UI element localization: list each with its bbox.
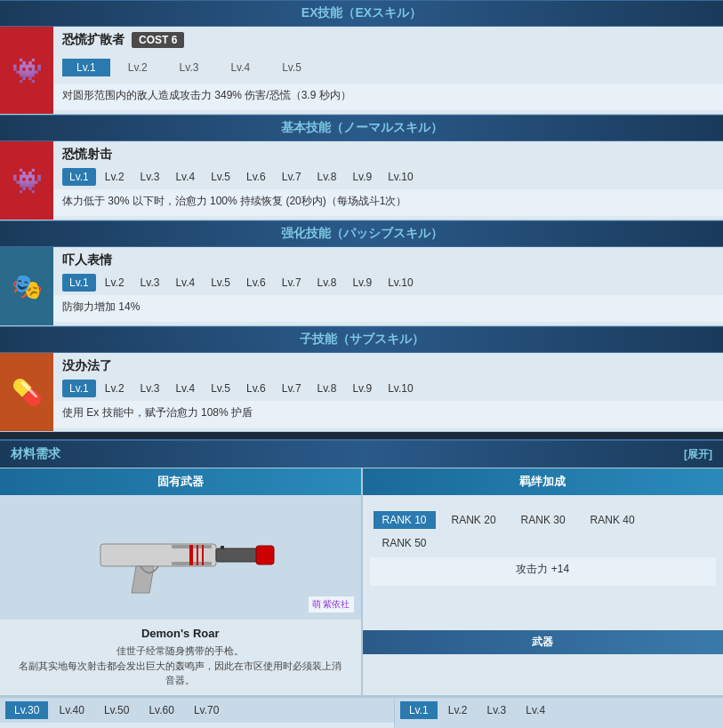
- passive-level-tab-1[interactable]: Lv.1: [62, 274, 96, 292]
- basic-section: 基本技能（ノーマルスキル） 👾 恐慌射击 Lv.1 Lv.2 Lv.3 Lv.4…: [0, 115, 723, 220]
- bond-level-tab-1[interactable]: Lv.1: [400, 701, 438, 719]
- basic-icon-symbol: 👾: [12, 166, 43, 196]
- passive-level-tab-6[interactable]: Lv.6: [239, 274, 273, 292]
- innate-weapon-header: 固有武器: [0, 468, 361, 495]
- basic-level-tab-2[interactable]: Lv.2: [98, 168, 132, 186]
- basic-skill-name-row: 恐慌射击: [53, 141, 723, 168]
- basic-level-tab-6[interactable]: Lv.6: [239, 168, 273, 186]
- cost-badge: COST 6: [132, 32, 184, 48]
- basic-skill-content: 恐慌射击 Lv.1 Lv.2 Lv.3 Lv.4 Lv.5 Lv.6 Lv.7 …: [53, 141, 723, 220]
- weapons-columns: 固有武器: [0, 468, 723, 696]
- materials-section: 材料需求 [展开]: [0, 439, 723, 468]
- passive-level-tab-9[interactable]: Lv.9: [345, 274, 379, 292]
- ex-level-tab-5[interactable]: Lv.5: [268, 59, 316, 76]
- sub-level-tab-6[interactable]: Lv.6: [239, 380, 273, 397]
- ex-level-tabs: Lv.1 Lv.2 Lv.3 Lv.4 Lv.5: [53, 53, 723, 80]
- ex-section-header: EX技能（EXスキル）: [0, 0, 723, 27]
- bond-level-tab-2[interactable]: Lv.2: [439, 701, 477, 719]
- weapon-level-tab-40[interactable]: Lv.40: [50, 701, 92, 719]
- weapon-name: Demon's Roar: [11, 627, 350, 640]
- sub-level-tab-5[interactable]: Lv.5: [204, 380, 237, 397]
- sub-level-tab-7[interactable]: Lv.7: [275, 380, 309, 397]
- materials-title: 材料需求: [11, 446, 60, 462]
- sub-level-tab-10[interactable]: Lv.10: [381, 380, 420, 397]
- rank-tabs: RANK 10 RANK 20 RANK 30 RANK 40: [363, 502, 724, 532]
- sub-skill-desc: 使用 Ex 技能中，赋予治愈力 108% 护盾: [53, 401, 723, 428]
- gap-section: [0, 432, 723, 439]
- ex-skill-icon: 👾: [0, 27, 53, 114]
- svg-rect-9: [221, 546, 224, 549]
- rank-section: RANK 10 RANK 20 RANK 30 RANK 40 RANK 50 …: [363, 495, 724, 595]
- basic-level-tab-5[interactable]: Lv.5: [204, 168, 237, 186]
- ex-skill-desc: 对圆形范围内的敌人造成攻击力 349% 伤害/恐慌（3.9 秒内）: [53, 84, 723, 110]
- passive-skill-name: 吓人表情: [62, 252, 112, 268]
- bond-bonus-header: 羁绊加成: [363, 468, 724, 495]
- weapon-image-area: 萌 紫依社: [0, 495, 361, 620]
- sub-level-tab-4[interactable]: Lv.4: [168, 380, 202, 397]
- basic-level-tab-10[interactable]: Lv.10: [381, 168, 420, 186]
- passive-level-tab-8[interactable]: Lv.8: [310, 274, 344, 292]
- passive-level-tab-10[interactable]: Lv.10: [381, 274, 420, 292]
- passive-level-tab-3[interactable]: Lv.3: [133, 274, 167, 292]
- weapon-desc-1: 佳世子经常随身携带的手枪。: [11, 644, 350, 659]
- sub-level-tab-2[interactable]: Lv.2: [98, 380, 132, 397]
- weapon-level-left-col: Lv.30 Lv.40 Lv.50 Lv.60 Lv.70 攻击力 +152，体…: [0, 698, 395, 729]
- innate-weapon-col: 固有武器: [0, 468, 363, 695]
- passive-level-tab-7[interactable]: Lv.7: [275, 274, 309, 292]
- sub-skill-icon: 💊: [0, 353, 53, 431]
- passive-skill-content: 吓人表情 Lv.1 Lv.2 Lv.3 Lv.4 Lv.5 Lv.6 Lv.7 …: [53, 247, 723, 325]
- ex-level-tab-2[interactable]: Lv.2: [114, 59, 162, 76]
- basic-level-tab-4[interactable]: Lv.4: [168, 168, 202, 186]
- sub-level-tab-1[interactable]: Lv.1: [62, 380, 96, 397]
- sub-level-tab-3[interactable]: Lv.3: [133, 380, 167, 397]
- sub-icon-symbol: 💊: [12, 378, 43, 407]
- bond-level-tab-4[interactable]: Lv.4: [517, 701, 554, 719]
- rank-tab-10[interactable]: RANK 10: [374, 511, 436, 529]
- weapon-section-label: 武器: [363, 630, 724, 654]
- bond-bonus-col: 羁绊加成 RANK 10 RANK 20 RANK 30 RANK 40 RAN…: [363, 468, 724, 695]
- weapon-level-tab-50[interactable]: Lv.50: [95, 701, 138, 719]
- weapon-level-tab-30[interactable]: Lv.30: [5, 701, 48, 719]
- logo-area: G 九游: [395, 723, 723, 729]
- weapon-desc-2: 名副其实地每次射击都会发出巨大的轰鸣声，因此在市区使用时必须装上消: [11, 659, 350, 674]
- ex-level-tab-4[interactable]: Lv.4: [216, 59, 264, 76]
- expand-button[interactable]: [展开]: [684, 447, 712, 462]
- rank-tab-30[interactable]: RANK 30: [512, 511, 574, 529]
- rank-desc: 攻击力 +14: [370, 557, 717, 586]
- passive-section-header: 强化技能（パッシブスキル）: [0, 220, 723, 247]
- weapon-stat: 攻击力 +152，体力 +2465: [0, 723, 394, 729]
- sub-level-tab-8[interactable]: Lv.8: [310, 380, 344, 397]
- sub-level-tabs: Lv.1 Lv.2 Lv.3 Lv.4 Lv.5 Lv.6 Lv.7 Lv.8 …: [53, 380, 723, 397]
- rank-tab-50[interactable]: RANK 50: [374, 534, 436, 552]
- basic-level-tab-1[interactable]: Lv.1: [62, 168, 96, 186]
- weapon-level-tab-70[interactable]: Lv.70: [185, 701, 228, 719]
- sub-skill-content: 没办法了 Lv.1 Lv.2 Lv.3 Lv.4 Lv.5 Lv.6 Lv.7 …: [53, 353, 723, 431]
- weapon-info: Demon's Roar 佳世子经常随身携带的手枪。 名副其实地每次射击都会发出…: [0, 620, 361, 695]
- passive-level-tab-5[interactable]: Lv.5: [204, 274, 237, 292]
- svg-rect-2: [256, 546, 274, 564]
- basic-level-tab-3[interactable]: Lv.3: [133, 168, 167, 186]
- sub-section-header: 子技能（サブスキル）: [0, 326, 723, 353]
- sub-skill-name: 没办法了: [62, 358, 112, 374]
- bond-level-tab-3[interactable]: Lv.3: [478, 701, 516, 719]
- weapon-image: [83, 513, 278, 602]
- weapon-level-tab-60[interactable]: Lv.60: [140, 701, 182, 719]
- passive-level-tab-4[interactable]: Lv.4: [168, 274, 202, 292]
- basic-skill-name: 恐慌射击: [62, 147, 112, 163]
- passive-level-tab-2[interactable]: Lv.2: [98, 274, 132, 292]
- sub-level-tab-9[interactable]: Lv.9: [345, 380, 379, 397]
- rank-tab-20[interactable]: RANK 20: [443, 511, 505, 529]
- passive-skill-icon: 🎭: [0, 247, 53, 325]
- bottom-level-row: Lv.30 Lv.40 Lv.50 Lv.60 Lv.70 攻击力 +152，体…: [0, 696, 723, 729]
- svg-rect-7: [197, 545, 198, 565]
- weapon-level-right-tabs: Lv.1 Lv.2 Lv.3 Lv.4: [395, 698, 723, 723]
- ex-icon-symbol: 👾: [12, 56, 43, 85]
- basic-level-tab-9[interactable]: Lv.9: [345, 168, 379, 186]
- basic-level-tab-8[interactable]: Lv.8: [310, 168, 344, 186]
- basic-level-tab-7[interactable]: Lv.7: [275, 168, 309, 186]
- ex-level-tab-3[interactable]: Lv.3: [165, 59, 213, 76]
- ex-level-tab-1[interactable]: Lv.1: [62, 59, 110, 76]
- passive-skill-desc: 防御力增加 14%: [53, 295, 723, 322]
- passive-level-tabs: Lv.1 Lv.2 Lv.3 Lv.4 Lv.5 Lv.6 Lv.7 Lv.8 …: [53, 274, 723, 292]
- rank-tab-40[interactable]: RANK 40: [582, 511, 644, 529]
